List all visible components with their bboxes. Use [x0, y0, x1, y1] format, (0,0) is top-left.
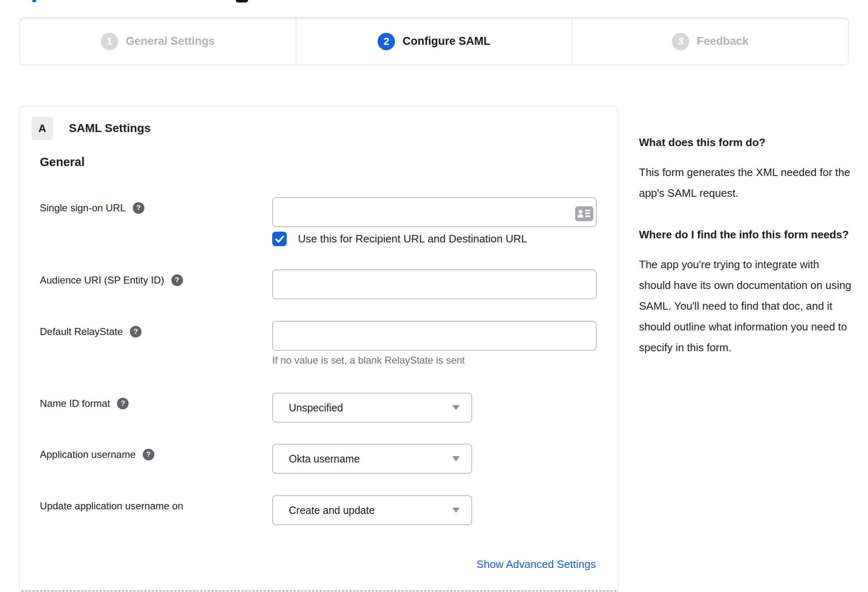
show-advanced-settings-link[interactable]: Show Advanced Settings [476, 558, 596, 571]
sso-url-label: Single sign-on URL [40, 202, 126, 214]
application-username-select[interactable]: Okta username [272, 444, 472, 474]
step-label: General Settings [126, 35, 215, 48]
help-heading-where: Where do I find the info this form needs… [639, 224, 853, 245]
update-username-select[interactable]: Create and update [272, 495, 472, 525]
name-id-format-value: Unspecified [289, 402, 343, 414]
wizard-stepper: 1 General Settings 2 Configure SAML 3 Fe… [20, 17, 848, 65]
step-general-settings[interactable]: 1 General Settings [20, 18, 296, 65]
recipient-url-checkbox[interactable] [272, 232, 287, 246]
question-mark-icon[interactable]: ? [130, 326, 141, 338]
step-number-badge: 3 [672, 33, 689, 50]
update-username-label: Update application username on [40, 500, 183, 512]
section-a-badge: A [32, 117, 53, 140]
name-id-format-select[interactable]: Unspecified [272, 393, 472, 423]
recipient-url-checkbox-label: Use this for Recipient URL and Destinati… [298, 232, 527, 245]
field-row-relay-state: Default RelayState ? [20, 321, 618, 351]
relay-state-input[interactable] [272, 321, 597, 351]
help-text-where: The app you're trying to integrate with … [639, 254, 853, 358]
contact-card-icon[interactable] [575, 206, 593, 221]
question-mark-icon[interactable]: ? [143, 449, 154, 460]
application-username-label: Application username [40, 449, 136, 460]
help-text-what: This form generates the XML needed for t… [639, 162, 853, 203]
question-mark-icon[interactable]: ? [117, 398, 129, 409]
panel-header: A SAML Settings [32, 117, 151, 140]
application-username-value: Okta username [289, 453, 360, 465]
step-number-badge: 2 [378, 33, 395, 50]
relay-state-hint: If no value is set, a blank RelayState i… [272, 355, 465, 366]
step-label: Configure SAML [402, 35, 490, 48]
name-id-format-label: Name ID format [40, 398, 110, 409]
question-mark-icon[interactable]: ? [133, 202, 144, 214]
step-number-badge: 1 [101, 33, 118, 50]
chevron-down-icon [452, 456, 460, 461]
field-row-audience: Audience URI (SP Entity ID) ? [20, 269, 618, 299]
step-feedback: 3 Feedback [572, 18, 848, 65]
clipped-blue-fragment [32, 0, 36, 2]
sso-url-input[interactable] [272, 197, 597, 227]
saml-settings-panel: A SAML Settings General Single sign-on U… [20, 106, 618, 592]
chevron-down-icon [452, 405, 460, 410]
field-row-application-username: Application username ? Okta username [20, 444, 618, 474]
field-row-name-id-format: Name ID format ? Unspecified [20, 393, 618, 423]
clipped-dark-fragment [236, 0, 248, 2]
step-configure-saml[interactable]: 2 Configure SAML [296, 18, 572, 65]
audience-uri-input[interactable] [272, 269, 597, 299]
audience-uri-label: Audience URI (SP Entity ID) [40, 274, 164, 286]
help-heading-what: What does this form do? [639, 132, 853, 153]
chevron-down-icon [452, 508, 460, 513]
panel-title: SAML Settings [69, 122, 151, 135]
relay-state-label: Default RelayState [40, 326, 123, 338]
question-mark-icon[interactable]: ? [171, 274, 183, 286]
update-username-value: Create and update [289, 504, 375, 516]
help-sidebar: What does this form do? This form genera… [639, 132, 853, 379]
field-row-update-username: Update application username on Create an… [20, 495, 618, 525]
section-divider [21, 590, 617, 592]
field-row-sso: Single sign-on URL ? [20, 197, 618, 227]
general-section-heading: General [40, 155, 85, 169]
step-label: Feedback [697, 35, 749, 48]
sso-checkbox-row: Use this for Recipient URL and Destinati… [272, 232, 527, 246]
checkmark-icon [275, 235, 284, 243]
